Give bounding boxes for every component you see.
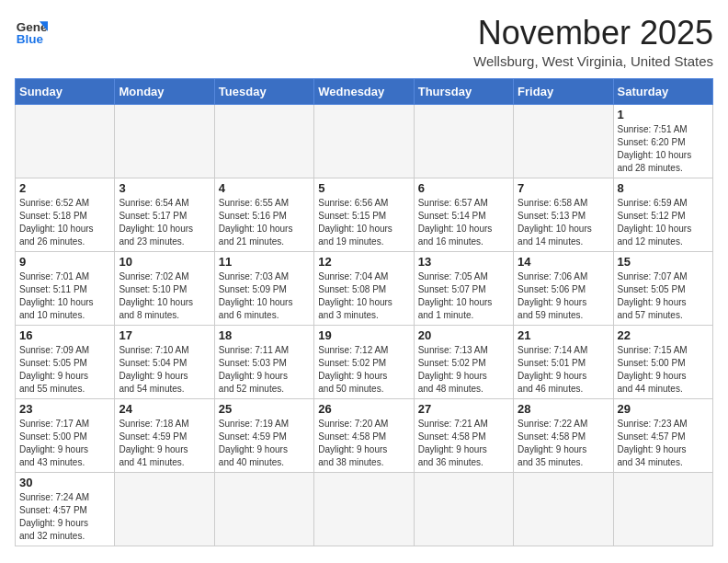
- day-number: 22: [618, 328, 709, 342]
- calendar-cell: 18Sunrise: 7:11 AM Sunset: 5:03 PM Dayli…: [214, 325, 313, 398]
- weekday-header-row: SundayMondayTuesdayWednesdayThursdayFrid…: [16, 78, 713, 104]
- day-info: Sunrise: 7:11 AM Sunset: 5:03 PM Dayligh…: [219, 344, 310, 396]
- day-info: Sunrise: 7:15 AM Sunset: 5:00 PM Dayligh…: [618, 344, 709, 396]
- weekday-monday: Monday: [115, 78, 214, 104]
- calendar-subtitle: Wellsburg, West Virginia, United States: [473, 53, 713, 69]
- calendar-cell: [613, 472, 712, 546]
- page-header: General Blue November 2025 Wellsburg, We…: [15, 15, 713, 69]
- calendar-cell: 1Sunrise: 7:51 AM Sunset: 6:20 PM Daylig…: [613, 104, 712, 178]
- calendar-cell: 9Sunrise: 7:01 AM Sunset: 5:11 PM Daylig…: [16, 251, 115, 325]
- calendar-week-5: 30Sunrise: 7:24 AM Sunset: 4:57 PM Dayli…: [16, 472, 713, 546]
- calendar-cell: [514, 472, 613, 546]
- calendar-cell: [414, 472, 513, 546]
- day-info: Sunrise: 7:22 AM Sunset: 4:58 PM Dayligh…: [518, 418, 609, 469]
- day-number: 23: [19, 402, 110, 416]
- calendar-cell: 28Sunrise: 7:22 AM Sunset: 4:58 PM Dayli…: [514, 398, 613, 472]
- calendar-cell: 4Sunrise: 6:55 AM Sunset: 5:16 PM Daylig…: [214, 178, 313, 251]
- calendar-cell: 7Sunrise: 6:58 AM Sunset: 5:13 PM Daylig…: [514, 178, 613, 251]
- calendar-cell: 23Sunrise: 7:17 AM Sunset: 5:00 PM Dayli…: [16, 398, 115, 472]
- day-info: Sunrise: 7:03 AM Sunset: 5:09 PM Dayligh…: [219, 270, 310, 322]
- day-number: 20: [418, 328, 509, 342]
- calendar-cell: 10Sunrise: 7:02 AM Sunset: 5:10 PM Dayli…: [115, 251, 214, 325]
- title-area: November 2025 Wellsburg, West Virginia, …: [473, 15, 713, 69]
- calendar-table: SundayMondayTuesdayWednesdayThursdayFrid…: [15, 78, 713, 546]
- day-info: Sunrise: 6:54 AM Sunset: 5:17 PM Dayligh…: [119, 197, 210, 248]
- calendar-cell: [214, 472, 313, 546]
- day-info: Sunrise: 7:02 AM Sunset: 5:10 PM Dayligh…: [119, 270, 210, 322]
- calendar-cell: 14Sunrise: 7:06 AM Sunset: 5:06 PM Dayli…: [514, 251, 613, 325]
- day-info: Sunrise: 6:58 AM Sunset: 5:13 PM Dayligh…: [518, 197, 609, 248]
- calendar-cell: 21Sunrise: 7:14 AM Sunset: 5:01 PM Dayli…: [514, 325, 613, 398]
- day-info: Sunrise: 7:23 AM Sunset: 4:57 PM Dayligh…: [618, 418, 709, 469]
- calendar-cell: 15Sunrise: 7:07 AM Sunset: 5:05 PM Dayli…: [613, 251, 712, 325]
- weekday-friday: Friday: [514, 78, 613, 104]
- calendar-cell: 19Sunrise: 7:12 AM Sunset: 5:02 PM Dayli…: [314, 325, 414, 398]
- calendar-cell: 5Sunrise: 6:56 AM Sunset: 5:15 PM Daylig…: [314, 178, 414, 251]
- day-info: Sunrise: 6:52 AM Sunset: 5:18 PM Dayligh…: [19, 197, 110, 248]
- day-info: Sunrise: 7:13 AM Sunset: 5:02 PM Dayligh…: [418, 344, 509, 396]
- day-number: 14: [518, 255, 609, 269]
- day-number: 30: [19, 476, 110, 489]
- day-number: 21: [518, 328, 609, 342]
- day-info: Sunrise: 7:05 AM Sunset: 5:07 PM Dayligh…: [418, 270, 509, 322]
- calendar-cell: 6Sunrise: 6:57 AM Sunset: 5:14 PM Daylig…: [414, 178, 513, 251]
- day-number: 9: [19, 255, 110, 269]
- calendar-title: November 2025: [473, 15, 713, 52]
- calendar-cell: [314, 472, 414, 546]
- day-number: 28: [518, 402, 609, 416]
- calendar-cell: 8Sunrise: 6:59 AM Sunset: 5:12 PM Daylig…: [613, 178, 712, 251]
- calendar-cell: [314, 104, 414, 178]
- day-number: 16: [19, 328, 110, 342]
- calendar-cell: 29Sunrise: 7:23 AM Sunset: 4:57 PM Dayli…: [613, 398, 712, 472]
- day-info: Sunrise: 7:09 AM Sunset: 5:05 PM Dayligh…: [19, 344, 110, 396]
- day-info: Sunrise: 7:24 AM Sunset: 4:57 PM Dayligh…: [19, 491, 110, 543]
- day-number: 18: [219, 328, 310, 342]
- day-number: 27: [418, 402, 509, 416]
- calendar-week-1: 2Sunrise: 6:52 AM Sunset: 5:18 PM Daylig…: [16, 178, 713, 251]
- day-info: Sunrise: 7:06 AM Sunset: 5:06 PM Dayligh…: [518, 270, 609, 322]
- weekday-thursday: Thursday: [414, 78, 513, 104]
- logo-icon: General Blue: [15, 15, 48, 48]
- day-number: 11: [219, 255, 310, 269]
- day-number: 12: [318, 255, 409, 269]
- calendar-cell: [115, 472, 214, 546]
- calendar-cell: 24Sunrise: 7:18 AM Sunset: 4:59 PM Dayli…: [115, 398, 214, 472]
- day-number: 2: [19, 181, 110, 195]
- day-number: 24: [119, 402, 210, 416]
- day-info: Sunrise: 7:17 AM Sunset: 5:00 PM Dayligh…: [19, 418, 110, 469]
- day-number: 7: [518, 181, 609, 195]
- day-info: Sunrise: 7:21 AM Sunset: 4:58 PM Dayligh…: [418, 418, 509, 469]
- calendar-cell: 17Sunrise: 7:10 AM Sunset: 5:04 PM Dayli…: [115, 325, 214, 398]
- day-info: Sunrise: 7:10 AM Sunset: 5:04 PM Dayligh…: [119, 344, 210, 396]
- calendar-cell: 20Sunrise: 7:13 AM Sunset: 5:02 PM Dayli…: [414, 325, 513, 398]
- day-info: Sunrise: 6:55 AM Sunset: 5:16 PM Dayligh…: [219, 197, 310, 248]
- day-number: 29: [618, 402, 709, 416]
- calendar-cell: 12Sunrise: 7:04 AM Sunset: 5:08 PM Dayli…: [314, 251, 414, 325]
- calendar-week-2: 9Sunrise: 7:01 AM Sunset: 5:11 PM Daylig…: [16, 251, 713, 325]
- calendar-cell: [514, 104, 613, 178]
- calendar-cell: [214, 104, 313, 178]
- calendar-cell: 13Sunrise: 7:05 AM Sunset: 5:07 PM Dayli…: [414, 251, 513, 325]
- day-number: 19: [318, 328, 409, 342]
- day-info: Sunrise: 6:57 AM Sunset: 5:14 PM Dayligh…: [418, 197, 509, 248]
- day-info: Sunrise: 7:51 AM Sunset: 6:20 PM Dayligh…: [618, 123, 709, 175]
- weekday-saturday: Saturday: [613, 78, 712, 104]
- calendar-cell: 11Sunrise: 7:03 AM Sunset: 5:09 PM Dayli…: [214, 251, 313, 325]
- calendar-week-3: 16Sunrise: 7:09 AM Sunset: 5:05 PM Dayli…: [16, 325, 713, 398]
- day-number: 8: [618, 181, 709, 195]
- day-number: 26: [318, 402, 409, 416]
- day-number: 25: [219, 402, 310, 416]
- calendar-cell: 27Sunrise: 7:21 AM Sunset: 4:58 PM Dayli…: [414, 398, 513, 472]
- calendar-cell: 3Sunrise: 6:54 AM Sunset: 5:17 PM Daylig…: [115, 178, 214, 251]
- day-number: 17: [119, 328, 210, 342]
- day-number: 6: [418, 181, 509, 195]
- day-info: Sunrise: 7:01 AM Sunset: 5:11 PM Dayligh…: [19, 270, 110, 322]
- calendar-cell: [414, 104, 513, 178]
- weekday-tuesday: Tuesday: [214, 78, 313, 104]
- day-number: 3: [119, 181, 210, 195]
- calendar-cell: 22Sunrise: 7:15 AM Sunset: 5:00 PM Dayli…: [613, 325, 712, 398]
- weekday-sunday: Sunday: [16, 78, 115, 104]
- day-number: 4: [219, 181, 310, 195]
- calendar-cell: 25Sunrise: 7:19 AM Sunset: 4:59 PM Dayli…: [214, 398, 313, 472]
- logo: General Blue: [15, 15, 48, 48]
